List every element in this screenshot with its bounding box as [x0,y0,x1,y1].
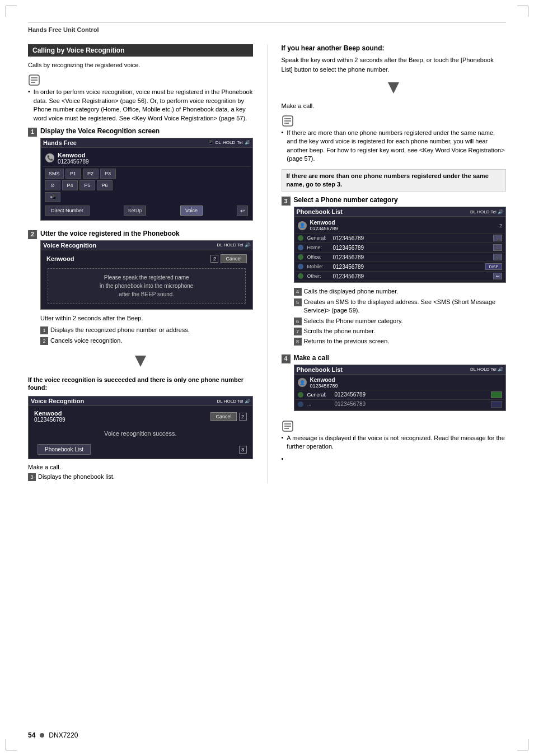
info-status: 🔊 [245,140,250,145]
hf-p2-btn[interactable]: P2 [83,169,99,179]
success-screen: Voice Recognition DL HOLD Tel 🔊 Kenwood … [28,396,253,459]
pb-contact-info: Kenwood 0123456789 [310,220,338,231]
item6-text: Selects the Phone number category. [304,317,403,325]
step3-title: Select a Phone number category [294,196,507,204]
page-number: 54 [28,731,35,739]
pb-office-dot [298,254,303,260]
hf-name: Kenwood [58,152,89,158]
pb-name-row: 👤 Kenwood 0123456789 2 [296,218,505,234]
screen2-header: Voice Recognition DL HOLD Tel 🔊 [41,241,252,250]
beep-text: Speak the key word within 2 seconds afte… [282,55,507,74]
step3-items: 4 Calls the displayed phone number. 5 Cr… [294,287,507,346]
pb-office-btn[interactable]: 📞 [493,254,502,260]
hf-direct-btn[interactable]: Direct Number [45,206,90,216]
screen1-status: 📱 DL HOLD Tel 🔊 [208,140,250,145]
right-note-text: If there are more than one phone numbers… [287,129,506,164]
step1-screen: Hands Free 📱 DL HOLD Tel 🔊 📞 [40,138,253,221]
item7-text: Scrolls the phone number. [304,327,376,335]
step1-header: 1 Display the Voice Recognition screen H… [28,127,253,225]
item5-box: 5 [294,298,302,306]
section-intro-text: Calls by recognizing the registered voic… [28,62,140,68]
hf-p5-btn[interactable]: P5 [79,180,95,190]
step4-header: 4 Make a call Phonebook List DL HOLD Tel… [282,354,507,416]
page-dot [40,733,44,738]
pb-row-other: Other: 0123456789 ↩ [296,272,505,281]
pb-row-home: Home: 0123456789 📞 [296,243,505,253]
success-heading-text: If the voice recognition is succeeded an… [28,376,243,391]
page-header-text: Hands Free Unit Control [28,26,99,33]
step2-title: Utter the voice registered in the Phoneb… [40,230,253,237]
vr-cancel-btn[interactable]: Cancel [221,254,246,263]
pb-avatar: 👤 [298,221,307,230]
vrs-cancel-btn[interactable]: Cancel [210,412,236,421]
mc-number2: 0123456789 [335,401,489,407]
pb-disp-btn[interactable]: DISP [485,263,502,270]
hf-number: 0123456789 [58,158,89,165]
pb-call-dot-4 [298,235,303,241]
hf-sms-btn[interactable]: SMS [45,169,64,179]
vrs-phonebook-btn[interactable]: Phonebook List [38,444,91,455]
hf-back-btn[interactable]: ↩ [237,206,248,216]
mc-row1: General: 0123456789 [296,390,505,400]
hf-row2: ⊙ P4 P5 P6 [43,180,250,192]
step1-title: Display the Voice Recognition screen [40,127,253,135]
pb-mobile-label: Mobile: [307,264,331,269]
mc-dot1 [298,392,303,398]
note-icon [28,74,253,88]
mc-name-row: 👤 Kenwood 0123456789 [296,376,505,390]
pb-row-general: General: 0123456789 📞 [296,234,505,243]
step3-item6: 6 Selects the Phone number category. [294,317,507,325]
vrs-num2: 2 [239,413,247,421]
hf-setup-btn[interactable]: SetUp [124,206,146,216]
col-divider [267,44,268,483]
item6-box: 6 [294,318,302,325]
right-note: • If there are more than one phone numbe… [282,129,507,164]
hf-p1-btn[interactable]: P1 [65,169,81,179]
step3-header: 3 Select a Phone number category Phonebo… [282,196,507,349]
screen1-title: Hands Free [43,139,77,146]
item1-text: Displays the recognized phone number or … [50,326,190,334]
phonebook-btn-label: Phonebook List [45,446,83,452]
mc-avatar: 👤 [298,378,307,387]
mc-dot2 [298,402,303,407]
pb-general-number: 0123456789 [333,235,491,241]
pb-office-number: 0123456789 [333,254,491,260]
page-model: DNX7220 [49,731,78,739]
item8-box: 8 [294,338,302,346]
step3-item5: 5 Creates an SMS to the displayed addres… [294,298,507,315]
step4-note-text: A message is displayed if the voice is n… [287,434,506,451]
success-heading: If the voice recognition is succeeded an… [28,376,253,391]
mc-screen-body: 👤 Kenwood 0123456789 General: 0123456789 [294,375,506,410]
step2-item2: 2 Cancels voice recognition. [40,337,253,345]
vr-message-text: Please speak the registered namein the p… [100,274,193,297]
mc-general-label: General: [307,392,332,398]
pb-mobile-dot [298,264,303,269]
hf-icon-btn[interactable]: ⊙ [45,180,60,190]
item2-text: Cancels voice recognition. [50,337,122,345]
hf-voice-btn[interactable]: Voice [180,206,203,216]
success-screen-header: Voice Recognition DL HOLD Tel 🔊 [29,396,252,406]
step2-num: 2 [28,230,37,239]
pb-row-office: Office: 0123456789 📞 [296,253,505,262]
hf-p6-btn[interactable]: P6 [97,180,113,190]
pb-other-btn[interactable]: ↩ [493,273,502,279]
hf-phone-btn[interactable]: 📲 [45,192,60,202]
step4-note: • A message is displayed if the voice is… [282,434,507,451]
make-call-label: Make a call. [28,464,61,470]
hf-p3-btn[interactable]: P3 [100,169,116,179]
cond-note-box: If there are more than one phone numbers… [282,169,507,192]
vrs-name: Kenwood [34,410,65,417]
pb-page-num: 2 [499,223,502,228]
mc-call-btn[interactable] [491,391,502,398]
corner-mark-tl [6,6,17,17]
pb-general-btn[interactable]: 📞 [493,235,502,241]
hf-p4-btn[interactable]: P4 [62,180,78,190]
mc-btn2[interactable] [491,401,502,408]
pb-home-btn[interactable]: 📞 [493,244,502,251]
tel-status: Tel [237,140,242,145]
down-arrow-1 [28,353,253,371]
step4-screen: Phonebook List DL HOLD Tel 🔊 👤 Kenwood 0… [294,365,507,411]
pb-other-number: 0123456789 [333,273,491,279]
mc-screen-title: Phonebook List [297,366,343,373]
step3-item7: 7 Scrolls the phone number. [294,327,507,335]
